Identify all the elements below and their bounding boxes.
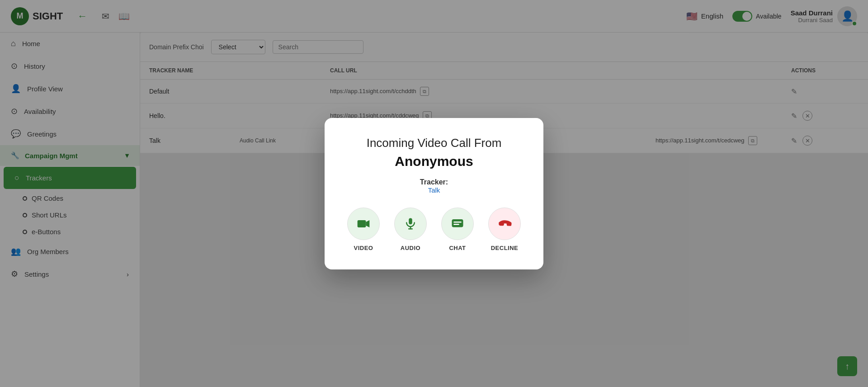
video-action-circle (347, 208, 380, 240)
decline-button[interactable]: DECLINE (488, 208, 521, 251)
modal-actions: VIDEO AUDIO (347, 208, 521, 251)
svg-rect-5 (452, 219, 463, 227)
incoming-call-modal: Incoming Video Call From Anonymous Track… (325, 118, 543, 269)
microphone-icon (404, 217, 417, 231)
audio-answer-button[interactable]: AUDIO (394, 208, 427, 251)
chat-icon (451, 217, 464, 231)
svg-rect-2 (409, 218, 412, 224)
video-action-label: VIDEO (354, 245, 373, 251)
svg-marker-1 (366, 220, 369, 227)
chat-answer-button[interactable]: CHAT (441, 208, 474, 251)
video-answer-button[interactable]: VIDEO (347, 208, 380, 251)
svg-rect-0 (358, 220, 366, 227)
decline-phone-icon (497, 217, 512, 231)
modal-caller-name: Anonymous (347, 154, 521, 169)
modal-tracker-label: Tracker: (347, 178, 521, 186)
chat-action-label: CHAT (449, 245, 466, 251)
video-icon (356, 217, 371, 231)
decline-action-circle (488, 208, 521, 240)
modal-overlay: Incoming Video Call From Anonymous Track… (0, 0, 868, 387)
modal-title: Incoming Video Call From (347, 136, 521, 150)
audio-action-circle (394, 208, 427, 240)
audio-action-label: AUDIO (401, 245, 420, 251)
modal-tracker-value: Talk (347, 186, 521, 194)
chat-action-circle (441, 208, 474, 240)
decline-action-label: DECLINE (491, 245, 519, 251)
